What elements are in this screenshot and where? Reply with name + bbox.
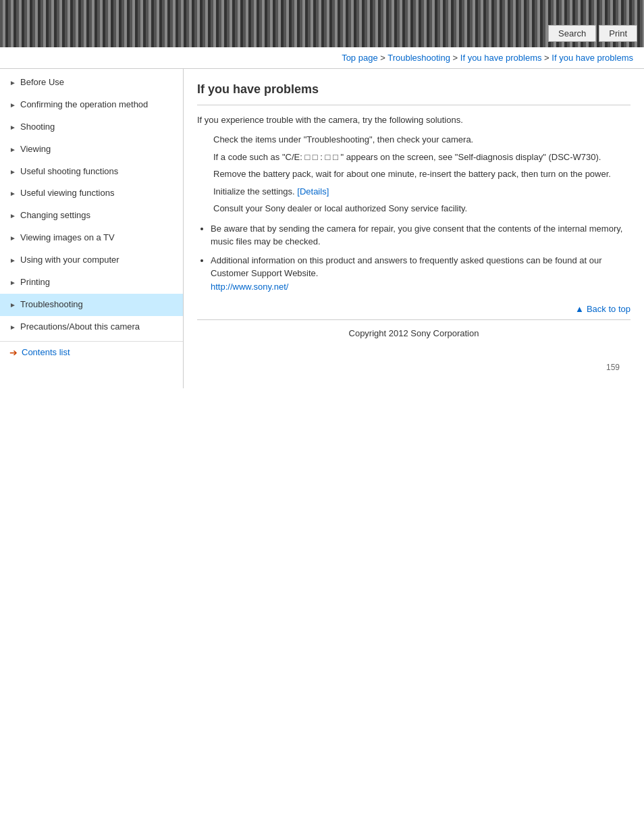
breadcrumb-problems1[interactable]: If you have problems xyxy=(460,53,542,63)
intro-text: If you experience trouble with the camer… xyxy=(197,115,630,125)
sidebar-item-label: Using with your computer xyxy=(20,255,176,266)
sidebar-item-troubleshooting[interactable]: ► Troubleshooting xyxy=(0,294,183,316)
sidebar-item-printing[interactable]: ► Printing xyxy=(0,271,183,294)
breadcrumb-troubleshooting[interactable]: Troubleshooting xyxy=(387,53,450,63)
breadcrumb-sep1: > xyxy=(378,53,388,63)
contents-list-arrow-icon: ➔ xyxy=(9,347,18,358)
indented-item-3: Remove the battery pack, wait for about … xyxy=(213,167,630,181)
arrow-icon: ► xyxy=(9,145,16,154)
sidebar-item-viewing[interactable]: ► Viewing xyxy=(0,138,183,161)
indented-list: Check the items under "Troubleshooting",… xyxy=(213,133,630,215)
arrow-icon: ► xyxy=(9,278,16,287)
content-area: If you have problems If you experience t… xyxy=(184,69,644,388)
arrow-icon: ► xyxy=(9,123,16,132)
sidebar-item-useful-shooting[interactable]: ► Useful shooting functions xyxy=(0,161,183,183)
sidebar-item-label: Changing settings xyxy=(20,210,176,221)
breadcrumb-sep3: > xyxy=(541,53,552,63)
arrow-icon: ► xyxy=(9,234,16,242)
sidebar-item-label: Before Use xyxy=(20,77,176,88)
print-button[interactable]: Print xyxy=(599,25,637,42)
sidebar-item-label: Useful shooting functions xyxy=(20,166,176,178)
indented-item-1: Check the items under "Troubleshooting",… xyxy=(213,133,630,147)
copyright-text: Copyright 2012 Sony Corporation xyxy=(349,328,479,338)
details-link[interactable]: [Details] xyxy=(297,186,329,197)
content-divider xyxy=(197,105,630,105)
sidebar-item-viewing-tv[interactable]: ► Viewing images on a TV xyxy=(0,227,183,249)
bullet-list: Be aware that by sending the camera for … xyxy=(211,222,630,294)
sidebar: ► Before Use ► Confirming the operation … xyxy=(0,69,184,388)
back-to-top-link[interactable]: ▲Back to top xyxy=(575,304,630,314)
breadcrumb: Top page > Troubleshooting > If you have… xyxy=(0,47,644,68)
arrow-icon: ► xyxy=(9,189,16,198)
breadcrumb-top-page[interactable]: Top page xyxy=(342,53,378,63)
contents-list-link[interactable]: Contents list xyxy=(22,347,70,357)
breadcrumb-problems2[interactable]: If you have problems xyxy=(552,53,633,63)
sidebar-item-label: Viewing images on a TV xyxy=(20,232,176,244)
contents-list-row[interactable]: ➔ Contents list xyxy=(0,341,183,363)
bullet-item-1: Be aware that by sending the camera for … xyxy=(211,222,630,249)
arrow-icon: ► xyxy=(9,101,16,109)
arrow-icon: ► xyxy=(9,256,16,265)
copyright: Copyright 2012 Sony Corporation xyxy=(197,319,630,346)
sidebar-item-label: Shooting xyxy=(20,122,176,133)
sidebar-item-label: Viewing xyxy=(20,144,176,155)
breadcrumb-sep2: > xyxy=(450,53,460,63)
sidebar-item-useful-viewing[interactable]: ► Useful viewing functions xyxy=(0,182,183,205)
sidebar-item-precautions[interactable]: ► Precautions/About this camera xyxy=(0,316,183,338)
sony-url-link[interactable]: http://www.sony.net/ xyxy=(211,282,288,292)
sidebar-item-changing-settings[interactable]: ► Changing settings xyxy=(0,205,183,227)
arrow-icon: ► xyxy=(9,301,16,309)
bullet-item-2: Additional information on this product a… xyxy=(211,254,630,294)
page-title: If you have problems xyxy=(197,82,630,97)
sidebar-item-confirming[interactable]: ► Confirming the operation method xyxy=(0,94,183,116)
header: Search Print xyxy=(0,0,644,47)
arrow-icon: ► xyxy=(9,78,16,87)
sidebar-item-label: Printing xyxy=(20,277,176,288)
indented-item-2: If a code such as "C/E: □ □ : □ □ " appe… xyxy=(213,151,630,164)
sidebar-item-label: Precautions/About this camera xyxy=(20,321,176,333)
sidebar-item-shooting[interactable]: ► Shooting xyxy=(0,116,183,138)
header-buttons: Search Print xyxy=(548,25,637,42)
main-layout: ► Before Use ► Confirming the operation … xyxy=(0,68,644,388)
arrow-icon: ► xyxy=(9,167,16,176)
arrow-icon: ► xyxy=(9,323,16,332)
sidebar-item-label: Troubleshooting xyxy=(20,299,176,311)
page-number: 159 xyxy=(197,360,630,375)
back-to-top: ▲Back to top xyxy=(197,304,630,314)
sidebar-item-label: Confirming the operation method xyxy=(20,99,176,111)
back-to-top-icon: ▲ xyxy=(575,304,584,314)
sidebar-item-label: Useful viewing functions xyxy=(20,188,176,199)
sidebar-item-using-computer[interactable]: ► Using with your computer xyxy=(0,249,183,271)
search-button[interactable]: Search xyxy=(548,25,596,42)
indented-item-4: Initialize the settings. [Details] xyxy=(213,185,630,199)
sidebar-item-before-use[interactable]: ► Before Use xyxy=(0,72,183,94)
indented-item-5: Consult your Sony dealer or local author… xyxy=(213,202,630,215)
arrow-icon: ► xyxy=(9,211,16,220)
